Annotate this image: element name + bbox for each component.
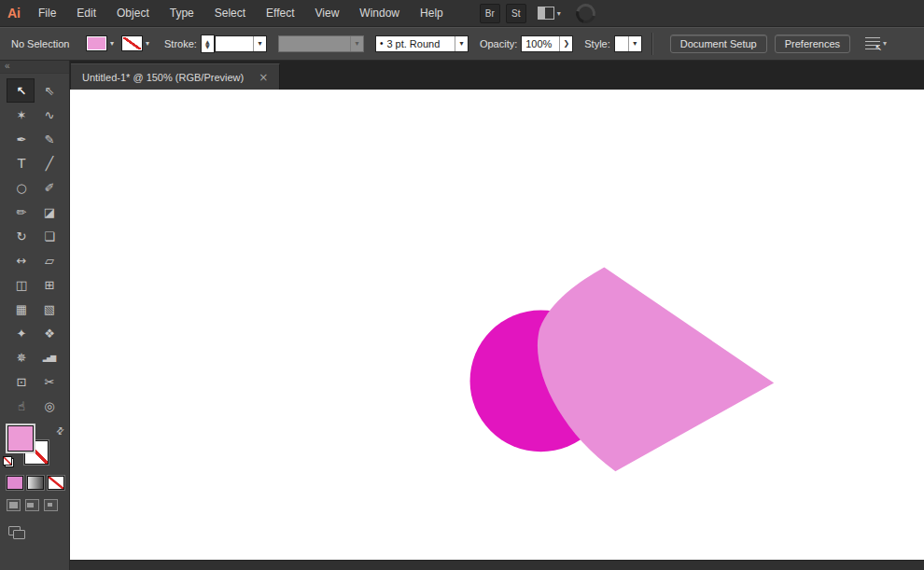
document-tab-title: Untitled-1* @ 150% (RGB/Preview) [82, 72, 244, 83]
ellipse-tool-icon: ○ [16, 181, 24, 195]
workspace-control[interactable]: ↖ ▾ [865, 37, 887, 49]
default-fill-stroke-icon[interactable] [3, 456, 14, 467]
symbol-sprayer-tool[interactable]: ✵ [7, 345, 35, 369]
ellipse-tool[interactable]: ○ [7, 175, 35, 200]
chevron-down-icon: ▾ [557, 9, 561, 18]
fill-stroke-widget: ⇄ [0, 425, 69, 472]
opacity-input[interactable]: 100% ❯ [521, 35, 573, 52]
menu-file[interactable]: File [28, 0, 66, 26]
chevron-down-icon[interactable]: ▾ [455, 36, 468, 51]
gradient-tool[interactable]: ▧ [35, 297, 63, 321]
shape-builder-tool-icon: ◫ [16, 278, 25, 292]
tab-close-icon[interactable]: × [259, 71, 268, 84]
perspective-grid-tool[interactable]: ⊞ [35, 272, 63, 297]
pen-tool[interactable]: ✒ [7, 127, 35, 151]
document-tab[interactable]: Untitled-1* @ 150% (RGB/Preview) × [71, 63, 280, 90]
stroke-weight-value [216, 36, 253, 51]
direct-selection-tool[interactable]: ⇖ [35, 78, 63, 103]
chevron-down-icon[interactable]: ▾ [628, 36, 641, 51]
document-area: Untitled-1* @ 150% (RGB/Preview) × [70, 61, 924, 570]
stroke-color-control[interactable]: ▾ [121, 35, 149, 51]
artboard-tool-icon: ⊡ [17, 375, 25, 389]
stock-button[interactable]: St [506, 4, 526, 23]
menu-help[interactable]: Help [410, 0, 454, 26]
artboard-tool[interactable]: ⊡ [7, 369, 35, 394]
slice-tool[interactable]: ✂ [35, 369, 63, 394]
width-tool[interactable]: ↔ [7, 248, 35, 272]
chevron-down-icon[interactable]: ▾ [110, 39, 114, 48]
menu-view[interactable]: View [305, 0, 350, 26]
menu-items: FileEditObjectTypeSelectEffectViewWindow… [28, 0, 454, 26]
style-select[interactable]: ▾ [614, 35, 642, 52]
stroke-color-swatch[interactable] [121, 35, 143, 51]
chevron-right-icon[interactable]: ❯ [559, 36, 572, 51]
document-setup-button[interactable]: Document Setup [670, 35, 767, 53]
scale-tool-icon: ❏ [44, 229, 53, 243]
eraser-tool[interactable]: ◪ [35, 200, 63, 224]
eyedropper-tool-icon: ✦ [17, 327, 25, 341]
menu-window[interactable]: Window [349, 0, 410, 26]
color-button[interactable] [7, 476, 23, 490]
perspective-grid-tool-icon: ⊞ [45, 278, 53, 292]
draw-normal-button[interactable] [7, 499, 21, 511]
zoom-tool-icon: ◎ [44, 399, 52, 413]
hand-tool[interactable]: ☝ [7, 394, 35, 418]
arrange-documents-button[interactable]: ▾ [538, 7, 561, 20]
shape-builder-tool[interactable]: ◫ [7, 272, 35, 297]
style-label: Style: [584, 38, 610, 49]
paintbrush-tool[interactable]: ✐ [35, 175, 63, 200]
hand-tool-icon: ☝ [18, 399, 23, 413]
mesh-tool[interactable]: ▦ [7, 297, 35, 321]
magic-wand-tool[interactable]: ✶ [7, 103, 35, 127]
brush-style-select[interactable]: • 3 pt. Round ▾ [375, 35, 469, 52]
opacity-label[interactable]: Opacity: [480, 38, 517, 49]
draw-inside-button[interactable] [44, 499, 58, 511]
swap-fill-stroke-icon[interactable]: ⇄ [53, 424, 66, 438]
fill-color-swatch[interactable] [86, 35, 107, 51]
scale-tool[interactable]: ❏ [35, 224, 63, 248]
gradient-button[interactable] [27, 476, 44, 490]
menu-type[interactable]: Type [160, 0, 204, 26]
pen-tool-icon: ✒ [17, 132, 25, 146]
sync-swirl-icon[interactable] [572, 0, 599, 26]
menu-select[interactable]: Select [204, 0, 256, 26]
draw-mode-row [0, 499, 69, 511]
blend-tool[interactable]: ❖ [35, 321, 63, 345]
chevron-down-icon[interactable]: ▾ [146, 39, 149, 48]
stroke-weight-stepper[interactable]: ▲ ▼ [201, 35, 215, 53]
pencil-tool-icon: ✏ [17, 205, 25, 219]
menu-bar: Ai FileEditObjectTypeSelectEffectViewWin… [0, 0, 924, 27]
bridge-button[interactable]: Br [480, 4, 500, 23]
preferences-button[interactable]: Preferences [775, 35, 850, 53]
screen-mode-row [0, 524, 69, 541]
draw-behind-button[interactable] [25, 499, 39, 511]
stroke-weight-select[interactable]: ▾ [215, 35, 267, 52]
rotate-tool[interactable]: ↻ [7, 224, 35, 248]
screen-mode-button[interactable] [8, 526, 24, 537]
lasso-tool-icon: ∿ [45, 108, 53, 122]
line-segment-tool[interactable]: ╱ [35, 151, 63, 175]
magic-wand-tool-icon: ✶ [17, 108, 25, 122]
tools-panel-header: « [0, 61, 69, 74]
column-graph-tool[interactable]: ▂▄▆ [35, 345, 63, 369]
menu-edit[interactable]: Edit [66, 0, 106, 26]
lasso-tool[interactable]: ∿ [35, 103, 63, 127]
fill-swatch[interactable] [7, 425, 34, 452]
free-transform-tool[interactable]: ▱ [35, 248, 63, 272]
type-tool[interactable]: T [7, 151, 35, 175]
menu-object[interactable]: Object [106, 0, 160, 26]
zoom-tool[interactable]: ◎ [35, 394, 63, 418]
canvas[interactable] [70, 90, 924, 560]
curvature-tool[interactable]: ✎ [35, 127, 63, 151]
eyedropper-tool[interactable]: ✦ [7, 321, 35, 345]
stepper-down-icon[interactable]: ▼ [205, 44, 210, 49]
fill-color-control[interactable]: ▾ [86, 35, 114, 51]
chevron-down-icon[interactable]: ▾ [253, 36, 266, 51]
menu-effect[interactable]: Effect [256, 0, 304, 26]
brush-definition-select: ▾ [278, 35, 364, 52]
collapse-panel-button[interactable]: « [5, 61, 10, 71]
pencil-tool[interactable]: ✏ [7, 200, 35, 224]
none-button[interactable] [48, 476, 64, 490]
selection-status: No Selection [11, 38, 86, 49]
selection-tool[interactable]: ↖ [7, 78, 35, 103]
